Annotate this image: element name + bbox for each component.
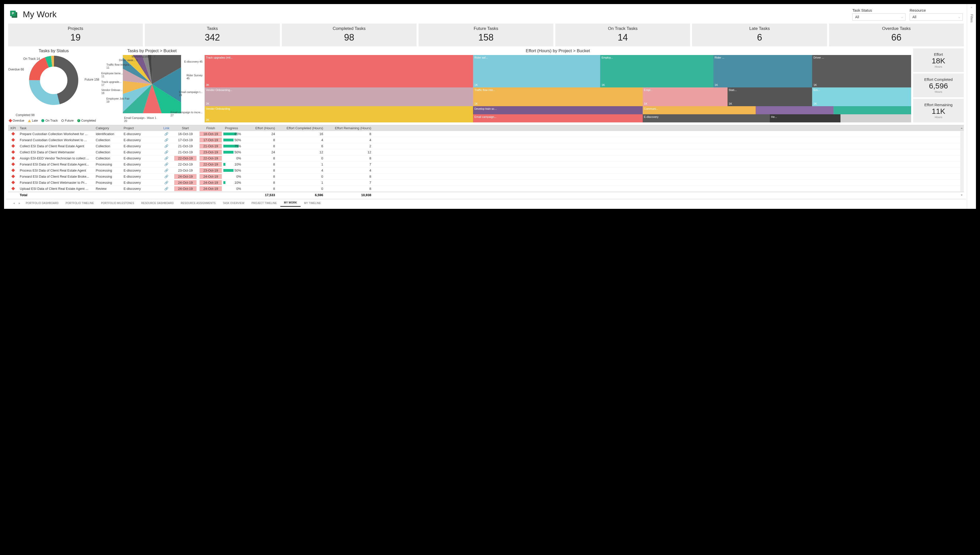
table-row[interactable]: Collect ESI Data of Client Webmaster Col… xyxy=(8,149,964,156)
treemap-node[interactable]: Develop train sc... xyxy=(473,106,643,114)
treemap-node[interactable]: He... xyxy=(770,114,841,122)
treemap-node-name: Employ... xyxy=(601,56,712,59)
report-tab[interactable]: TASK OVERVIEW xyxy=(219,200,248,207)
effort-card[interactable]: Effort Completed 6,596 Hours xyxy=(913,74,964,97)
cell-project: E-discovery xyxy=(122,132,160,136)
link-icon[interactable]: 🔗 xyxy=(160,150,173,154)
pie-chart[interactable]: Tasks by Project > Bucket xyxy=(101,48,203,122)
cell-finish: 24-Oct-19 xyxy=(198,180,223,185)
table-row[interactable]: Forward ESI Data of Client Real Estate A… xyxy=(8,162,964,167)
kpi-card[interactable]: Projects 19 xyxy=(8,24,143,47)
treemap-node[interactable] xyxy=(756,106,833,114)
kpi-card[interactable]: On Track Tasks 14 xyxy=(555,24,690,47)
table-row[interactable]: Forward Custodian Collection Worksheet t… xyxy=(8,137,964,143)
link-icon[interactable]: 🔗 xyxy=(160,132,173,136)
treemap-node[interactable] xyxy=(833,106,911,114)
legend-item[interactable]: On Track xyxy=(41,119,58,122)
link-icon[interactable]: 🔗 xyxy=(160,181,173,184)
kpi-row: Projects 19 Tasks 342 Completed Tasks 98… xyxy=(6,22,966,47)
kpi-card[interactable]: Tasks 342 xyxy=(145,24,280,47)
legend-item[interactable]: Completed xyxy=(77,119,96,122)
kpi-card[interactable]: Overdue Tasks 66 xyxy=(829,24,964,47)
kpi-card[interactable]: Future Tasks 158 xyxy=(419,24,553,47)
treemap-node[interactable]: Track upgrades (mil... 3K xyxy=(205,55,473,87)
treemap-chart[interactable]: Effort (Hours) by Project > Bucket Track… xyxy=(205,48,911,122)
column-header[interactable]: Progress xyxy=(223,126,244,130)
treemap-node-value: 1K xyxy=(644,102,647,105)
link-icon[interactable]: 🔗 xyxy=(160,138,173,142)
report-tab[interactable]: PORTFOLIO MILESTONES xyxy=(98,200,138,207)
column-header[interactable]: Effort Remaining (Hours) xyxy=(325,126,373,130)
report-tab[interactable]: MY TIMELINE xyxy=(301,200,325,207)
table-row[interactable]: Prepare Custodian Collection Worksheet f… xyxy=(8,131,964,137)
link-icon[interactable]: 🔗 xyxy=(160,144,173,148)
treemap-node[interactable]: Communi... xyxy=(643,106,756,114)
effort-card[interactable]: Effort 18K Hours xyxy=(913,48,964,72)
cell-effort-remaining: 7 xyxy=(325,162,373,166)
column-header[interactable]: Task xyxy=(18,126,94,130)
legend-item[interactable]: Future xyxy=(61,119,74,122)
report-tab[interactable]: RESOURCE ASSIGNMENTS xyxy=(177,200,219,207)
column-header[interactable]: Link xyxy=(160,126,173,130)
table-row[interactable]: Assign ESI-EED Vendor Technician to coll… xyxy=(8,156,964,162)
slicer-dropdown[interactable]: All ⌵ xyxy=(852,13,906,21)
legend-item[interactable]: Late xyxy=(28,119,38,122)
treemap-node[interactable]: Empl... 1K xyxy=(643,87,727,106)
link-icon[interactable]: 🔗 xyxy=(160,156,173,160)
column-header[interactable]: Finish xyxy=(198,126,223,130)
table-row[interactable]: Forward ESI Data of Client Webmaster to … xyxy=(8,180,964,186)
slicer-dropdown[interactable]: All ⌵ xyxy=(910,13,963,21)
treemap-node[interactable]: Traffic flow inte... 1K xyxy=(473,87,643,106)
column-header[interactable]: Effort (Hours) xyxy=(244,126,277,130)
column-header[interactable]: Project xyxy=(122,126,160,130)
cell-progress: 50% xyxy=(223,138,244,142)
treemap-node[interactable] xyxy=(841,114,911,122)
link-icon[interactable]: 🔗 xyxy=(160,187,173,191)
report-tab[interactable]: RESOURCE DASHBOARD xyxy=(138,200,177,207)
filters-pane-toggle[interactable]: ‹ Filters xyxy=(967,4,976,209)
svg-point-4 xyxy=(34,61,73,99)
treemap-node[interactable]: Email campaign... xyxy=(473,114,643,122)
treemap-node[interactable]: Vendor Onboarding... 2K xyxy=(205,87,473,106)
kpi-label: Overdue Tasks xyxy=(830,26,963,31)
treemap-node[interactable]: Rider ... 1K xyxy=(713,55,812,87)
effort-card[interactable]: Effort Remaining 11K Hours xyxy=(913,99,964,122)
table-row[interactable]: Process ESI Data of Client Real Estate A… xyxy=(8,167,964,173)
kpi-card[interactable]: Completed Tasks 98 xyxy=(282,24,417,47)
donut-chart[interactable]: Tasks by Status On Track 14 Overdue 66 F… xyxy=(8,48,99,122)
cell-effort: 24 xyxy=(244,150,277,154)
legend-item[interactable]: Overdue xyxy=(9,119,24,122)
report-tab[interactable]: PORTFOLIO TIMELINE xyxy=(62,200,98,207)
treemap-node[interactable]: Rider saf... 1K xyxy=(473,55,600,87)
treemap-node-name: E-discovery xyxy=(644,115,769,118)
cell-project: E-discovery xyxy=(122,156,160,160)
treemap-node[interactable]: E-discovery xyxy=(643,114,770,122)
report-tab[interactable]: PROJECT TIMELINE xyxy=(248,200,280,207)
column-header[interactable]: Start xyxy=(173,126,198,130)
column-header[interactable]: Effort Completed (Hours) xyxy=(277,126,325,130)
report-tab[interactable]: PORTFOLIO DASHBOARD xyxy=(22,200,62,207)
tab-nav-next[interactable]: ► xyxy=(17,202,22,205)
treemap-node-name: Empl... xyxy=(644,88,726,91)
treemap-node[interactable]: Employ... 1K xyxy=(600,55,713,87)
table-row[interactable]: Forward ESI Data of Client Real Estate B… xyxy=(8,173,964,180)
column-header[interactable]: Category xyxy=(94,126,122,130)
task-table[interactable]: KPITaskCategoryProjectLinkStartFinishPro… xyxy=(8,125,964,198)
pie-label: Marketing plan ... 7 xyxy=(132,55,155,58)
treemap-node[interactable]: Stati... 1K xyxy=(727,87,812,106)
cell-finish: 18-Oct-19 xyxy=(198,132,223,136)
treemap-node[interactable]: Driver ... 1K xyxy=(812,55,911,87)
tab-nav-prev[interactable]: ◄ xyxy=(11,202,17,205)
overdue-icon xyxy=(11,150,15,154)
kpi-card[interactable]: Late Tasks 6 xyxy=(692,24,827,47)
link-icon[interactable]: 🔗 xyxy=(160,175,173,178)
table-row[interactable]: Upload ESI Data of Client Real Estate Ag… xyxy=(8,186,964,192)
treemap-node[interactable]: Em... 1K xyxy=(812,87,911,106)
treemap-node[interactable]: Vendor Onboarding 2K xyxy=(205,106,473,122)
table-row[interactable]: Collect ESI Data of Client Real Estate A… xyxy=(8,143,964,149)
scrollbar[interactable] xyxy=(960,131,964,192)
report-tab[interactable]: MY WORK xyxy=(280,199,301,207)
link-icon[interactable]: 🔗 xyxy=(160,162,173,166)
link-icon[interactable]: 🔗 xyxy=(160,168,173,172)
column-header[interactable]: KPI xyxy=(8,126,18,130)
